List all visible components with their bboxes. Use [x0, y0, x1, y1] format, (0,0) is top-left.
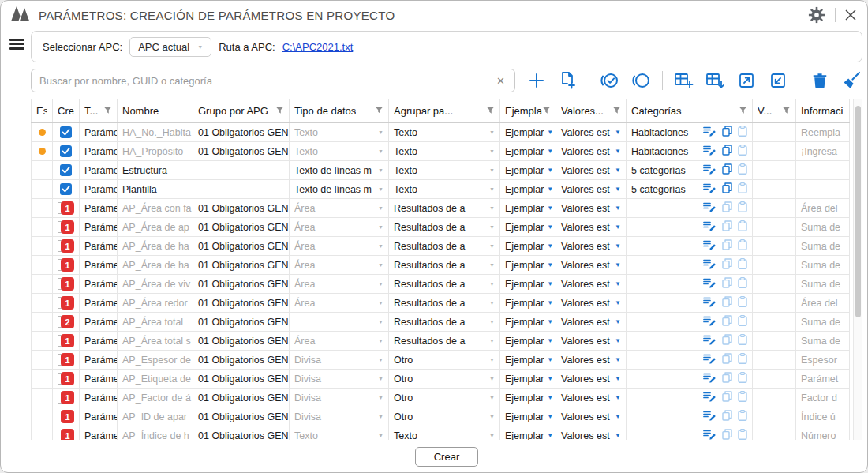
tipo-datos-select[interactable]: Área▼	[290, 237, 389, 255]
ejemplar-select[interactable]: Ejemplar▼	[500, 180, 556, 198]
edit-categories-icon[interactable]	[703, 201, 716, 215]
search-input[interactable]	[39, 75, 495, 87]
tipo-datos-select[interactable]: Área▼	[290, 218, 389, 236]
copy-icon[interactable]	[722, 258, 732, 272]
valores-select[interactable]: Valores est▼	[556, 237, 627, 255]
copy-icon[interactable]	[722, 372, 732, 385]
edit-categories-icon[interactable]	[703, 277, 716, 291]
export-icon[interactable]	[735, 69, 758, 92]
copy-icon[interactable]	[722, 182, 732, 196]
copy-icon[interactable]	[722, 353, 732, 366]
table-insert-icon[interactable]	[704, 69, 726, 92]
create-checkbox-with-warning[interactable]: 1	[58, 201, 74, 215]
edit-categories-icon[interactable]	[703, 334, 716, 347]
add-icon[interactable]	[526, 69, 548, 92]
menu-icon[interactable]	[9, 36, 24, 52]
paste-icon[interactable]	[738, 372, 747, 385]
edit-categories-icon[interactable]	[703, 296, 716, 310]
ejemplar-select[interactable]: Ejemplar▼	[500, 218, 556, 236]
paste-icon[interactable]	[738, 429, 747, 440]
agrupar-select[interactable]: Resultados de a▼	[389, 294, 500, 312]
scrollbar-thumb[interactable]	[855, 106, 861, 317]
paste-icon[interactable]	[738, 182, 747, 196]
cell-crear[interactable]: 1	[53, 389, 80, 407]
tipo-datos-select[interactable]: Texto de líneas m▼	[290, 161, 389, 179]
search-box[interactable]: ✕	[31, 69, 515, 92]
delete-icon[interactable]	[809, 69, 831, 92]
tipo-datos-select[interactable]: Divisa▼	[290, 407, 389, 426]
edit-categories-icon[interactable]	[703, 353, 716, 366]
create-checkbox-with-warning[interactable]: 1	[58, 334, 74, 347]
edit-categories-icon[interactable]	[703, 220, 716, 234]
paste-icon[interactable]	[738, 126, 747, 139]
import-icon[interactable]	[767, 69, 789, 92]
ejemplar-select[interactable]: Ejemplar▼	[500, 332, 556, 350]
edit-categories-icon[interactable]	[703, 163, 716, 177]
paste-icon[interactable]	[738, 391, 747, 404]
create-checkbox-with-warning[interactable]: 1	[58, 239, 74, 253]
valores-select[interactable]: Valores est▼	[556, 180, 627, 198]
cell-crear[interactable]: 1	[53, 294, 80, 312]
filter-icon[interactable]	[542, 105, 551, 117]
copy-icon[interactable]	[722, 239, 732, 253]
edit-categories-icon[interactable]	[703, 239, 716, 253]
cell-crear[interactable]	[53, 161, 80, 179]
agrupar-select[interactable]: Otro▼	[389, 389, 500, 407]
valores-select[interactable]: Valores est▼	[556, 161, 627, 179]
create-checkbox-with-warning[interactable]: 1	[58, 429, 74, 440]
create-checkbox-with-warning[interactable]: 1	[58, 277, 74, 291]
valores-select[interactable]: Valores est▼	[556, 351, 627, 369]
settings-gear-icon[interactable]	[808, 6, 825, 24]
paste-icon[interactable]	[738, 258, 747, 272]
create-checkbox-with-warning[interactable]: 1	[58, 258, 74, 272]
tipo-datos-select[interactable]: Área▼	[290, 256, 389, 274]
valores-select[interactable]: Valores est▼	[556, 199, 627, 217]
paste-icon[interactable]	[738, 410, 747, 423]
cell-crear[interactable]: 1	[53, 351, 80, 369]
paste-icon[interactable]	[738, 277, 747, 291]
filter-icon[interactable]	[739, 105, 747, 117]
paste-icon[interactable]	[738, 315, 747, 328]
tipo-datos-select[interactable]: Área▼	[290, 294, 389, 312]
paste-icon[interactable]	[738, 334, 747, 347]
tipo-datos-select[interactable]: Área▼	[290, 275, 389, 293]
tipo-datos-select[interactable]: Área▼	[290, 332, 389, 350]
paste-icon[interactable]	[738, 239, 747, 253]
edit-categories-icon[interactable]	[703, 182, 716, 196]
agrupar-select[interactable]: Texto▼	[389, 180, 500, 198]
cell-crear[interactable]: 1	[53, 256, 80, 274]
valores-select[interactable]: Valores est▼	[556, 142, 627, 160]
paste-icon[interactable]	[738, 163, 747, 177]
filter-icon[interactable]	[375, 105, 383, 117]
ejemplar-select[interactable]: Ejemplar▼	[500, 161, 556, 179]
copy-icon[interactable]	[722, 410, 732, 423]
cell-crear[interactable]	[53, 142, 80, 160]
crear-button[interactable]: Crear	[415, 447, 478, 467]
close-icon[interactable]	[845, 9, 856, 21]
create-checkbox[interactable]	[60, 145, 72, 157]
copy-icon[interactable]	[722, 429, 732, 440]
ejemplar-select[interactable]: Ejemplar▼	[500, 313, 556, 331]
tipo-datos-select[interactable]: Divisa▼	[290, 389, 389, 407]
agrupar-select[interactable]: Resultados de a▼	[389, 313, 500, 331]
valores-select[interactable]: Valores est▼	[556, 123, 627, 141]
cell-crear[interactable]: 1	[53, 237, 80, 255]
copy-icon[interactable]	[722, 296, 732, 310]
copy-icon[interactable]	[722, 315, 732, 328]
create-checkbox-with-warning[interactable]: 1	[58, 410, 74, 423]
clean-icon[interactable]	[840, 69, 862, 92]
cell-crear[interactable]	[53, 180, 80, 198]
check-all-icon[interactable]	[599, 69, 621, 92]
copy-icon[interactable]	[722, 391, 732, 404]
copy-icon[interactable]	[722, 220, 732, 234]
cell-crear[interactable]: 1	[53, 199, 80, 217]
paste-icon[interactable]	[738, 220, 747, 234]
agrupar-select[interactable]: Resultados de a▼	[389, 332, 500, 350]
paste-icon[interactable]	[738, 353, 747, 366]
apc-path-link[interactable]: C:\APC2021.txt	[282, 41, 354, 53]
cell-crear[interactable]: 2	[53, 313, 80, 331]
agrupar-select[interactable]: Resultados de a▼	[389, 199, 500, 217]
ejemplar-select[interactable]: Ejemplar▼	[500, 407, 556, 426]
ejemplar-select[interactable]: Ejemplar▼	[500, 199, 556, 217]
valores-select[interactable]: Valores est▼	[556, 407, 627, 426]
